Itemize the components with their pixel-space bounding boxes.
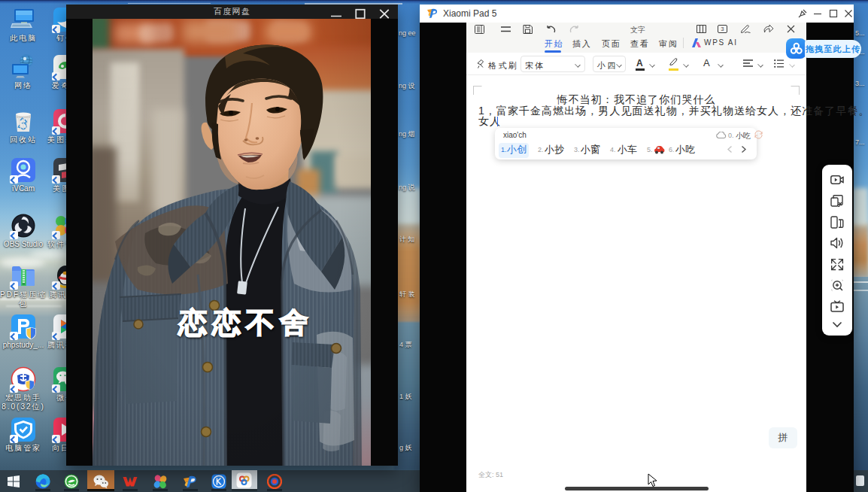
svg-text:3: 3 (721, 26, 724, 32)
